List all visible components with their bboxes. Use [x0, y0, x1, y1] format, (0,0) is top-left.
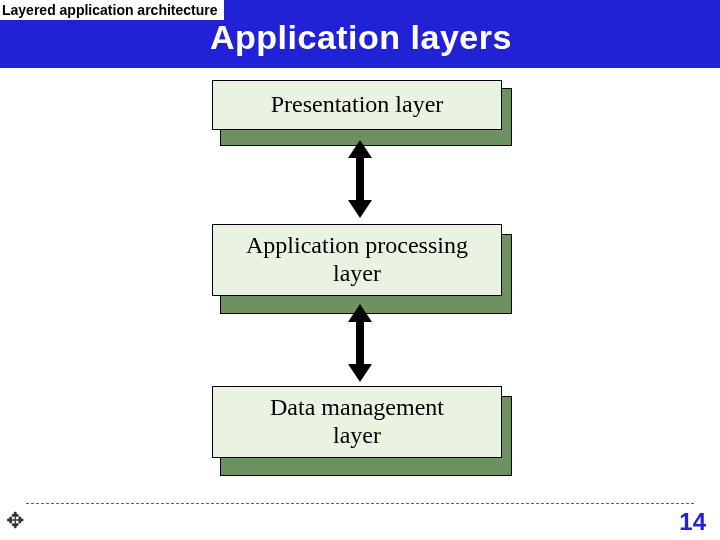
layer-label: layer [333, 260, 381, 288]
layer-label: layer [333, 422, 381, 450]
footer-divider [26, 503, 694, 504]
layer-label: Presentation layer [271, 91, 444, 119]
page-title: Application layers [210, 18, 512, 57]
layer-application-processing: Application processing layer [212, 224, 502, 296]
breadcrumb: Layered application architecture [0, 0, 224, 20]
layer-presentation: Presentation layer [212, 80, 502, 130]
layer-data-management: Data management layer [212, 386, 502, 458]
architecture-diagram: Presentation layer Application processin… [0, 68, 720, 498]
bidirectional-arrow-icon [356, 156, 364, 202]
page-number: 14 [679, 508, 706, 536]
bidirectional-arrow-icon [356, 320, 364, 366]
title-band: Layered application architecture Applica… [0, 0, 720, 68]
layer-label: Application processing [246, 232, 468, 260]
layer-label: Data management [270, 394, 444, 422]
move-cursor-icon: ✥ [6, 508, 24, 534]
